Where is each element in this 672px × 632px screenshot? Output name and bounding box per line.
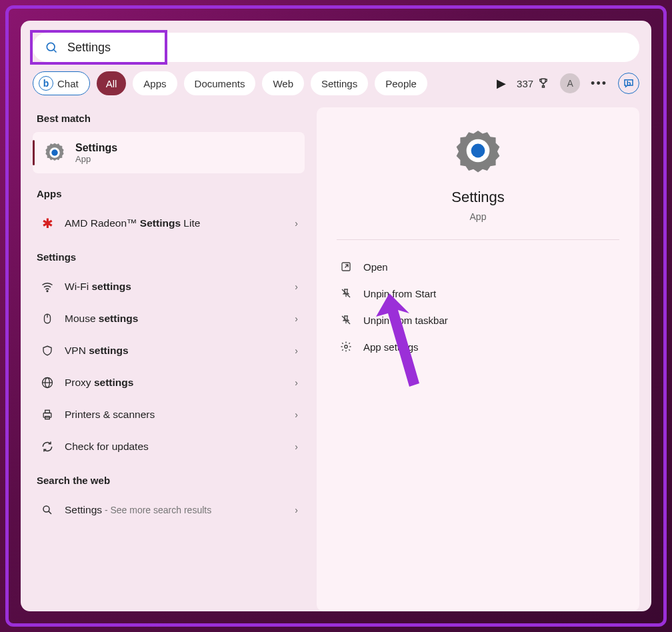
unpin-icon [339,287,353,300]
points-value: 337 [517,78,533,89]
main-content: Best match Settings App Apps ✱ AMD Radeo… [33,107,639,611]
svg-point-0 [47,43,55,51]
setting-label: Printers & scanners [65,409,295,421]
chevron-right-icon: › [295,409,298,420]
action-open[interactable]: Open [337,253,619,280]
svg-line-14 [49,511,51,514]
setting-label: Proxy settings [65,377,295,389]
setting-proxy[interactable]: Proxy settings › [33,367,305,399]
setting-vpn[interactable]: VPN settings › [33,335,305,367]
searchbar-container [33,33,639,62]
chevron-right-icon: › [295,505,298,515]
preview-panel: Settings App Open Unpin from Start Unp [317,107,639,611]
tab-settings[interactable]: Settings [311,71,368,95]
shield-icon [39,343,55,359]
chevron-right-icon: › [295,218,298,229]
tab-label: Settings [321,78,357,89]
action-label: App settings [363,341,419,353]
svg-point-4 [47,291,48,292]
search-icon [39,502,55,518]
mouse-icon [39,311,55,327]
section-search-web: Search the web [33,469,305,494]
action-app-settings[interactable]: App settings [337,333,619,360]
section-settings: Settings [33,246,305,271]
action-label: Unpin from Start [363,288,436,299]
avatar-letter: A [567,78,573,89]
gear-icon [42,140,67,165]
web-search-label: Settings - See more search results [65,504,295,516]
svg-line-1 [54,50,57,53]
setting-printers[interactable]: Printers & scanners › [33,399,305,431]
preview-title: Settings [337,189,619,206]
tab-documents[interactable]: Documents [184,71,256,95]
chevron-right-icon: › [295,281,298,292]
more-icon[interactable]: ••• [591,77,607,91]
action-unpin-start[interactable]: Unpin from Start [337,280,619,307]
chevron-right-icon: › [295,377,298,388]
section-best-match: Best match [33,107,305,132]
section-apps: Apps [33,183,305,207]
avatar[interactable]: A [560,73,580,93]
chevron-right-icon: › [295,313,298,324]
svg-point-13 [43,506,49,512]
action-label: Unpin from taskbar [363,315,448,326]
best-match-text: Settings App [75,142,117,164]
rewards-points[interactable]: 337 [517,77,549,89]
searchbar[interactable] [33,33,639,62]
svg-point-20 [345,345,348,349]
more-tabs-icon[interactable]: ▶ [497,76,506,91]
svg-rect-10 [43,413,51,418]
search-input[interactable] [67,41,627,55]
bing-icon: b [39,76,53,91]
search-window: b Chat All Apps Documents Web Settings P… [21,21,651,611]
chevron-right-icon: › [295,345,298,356]
setting-wifi[interactable]: Wi-Fi settings › [33,271,305,303]
tab-label: Apps [143,78,166,89]
svg-point-3 [51,149,58,156]
svg-rect-11 [45,410,50,413]
results-column: Best match Settings App Apps ✱ AMD Radeo… [33,107,305,611]
bing-chat-button[interactable]: b [618,73,639,94]
tab-chat[interactable]: b Chat [33,71,90,95]
printer-icon [39,407,55,423]
tab-all[interactable]: All [97,71,127,95]
refresh-icon [39,439,55,455]
app-label: AMD Radeon™ Settings Lite [65,217,295,229]
action-unpin-taskbar[interactable]: Unpin from taskbar [337,307,619,333]
web-search-result[interactable]: Settings - See more search results › [33,494,305,526]
amd-icon: ✱ [39,215,55,231]
gear-icon [453,126,503,175]
open-icon [339,260,353,273]
filter-tabs: b Chat All Apps Documents Web Settings P… [33,71,639,95]
unpin-icon [339,313,353,327]
best-match-subtitle: App [75,154,117,164]
best-match-result[interactable]: Settings App [33,132,305,173]
tab-label: People [385,78,417,89]
best-match-title: Settings [75,142,117,154]
gear-icon [339,340,353,353]
tab-people[interactable]: People [375,71,427,95]
chevron-right-icon: › [295,441,298,452]
preview-header: Settings App [337,126,619,240]
bing-glyph: b [627,79,631,87]
tab-apps[interactable]: Apps [133,71,177,95]
action-label: Open [363,261,388,273]
setting-label: Check for updates [65,441,295,453]
setting-label: Mouse settings [65,313,295,325]
tab-label: Chat [57,78,79,89]
globe-icon [39,375,55,391]
preview-subtitle: App [337,211,619,222]
svg-point-16 [471,144,485,158]
setting-updates[interactable]: Check for updates › [33,431,305,463]
wifi-icon [39,279,55,295]
search-icon [45,41,58,54]
tab-web[interactable]: Web [262,71,304,95]
setting-mouse[interactable]: Mouse settings › [33,303,305,335]
tab-label: All [106,78,117,89]
trophy-icon [537,77,549,89]
setting-label: VPN settings [65,345,295,357]
setting-label: Wi-Fi settings [65,281,295,293]
tab-label: Documents [195,78,245,89]
tab-label: Web [273,78,293,89]
app-result-amd[interactable]: ✱ AMD Radeon™ Settings Lite › [33,207,305,239]
